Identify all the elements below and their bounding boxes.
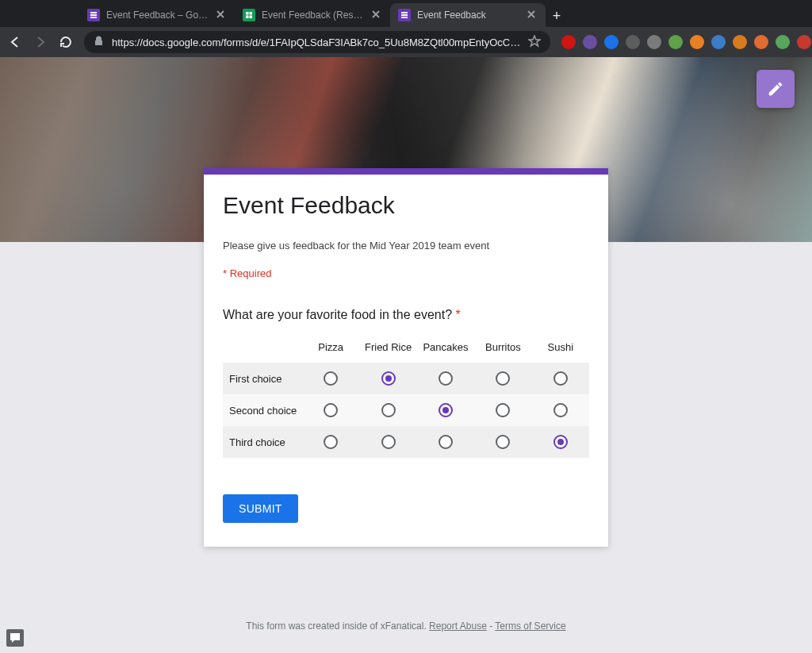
close-icon[interactable] <box>371 10 382 21</box>
radio-option[interactable] <box>324 435 338 449</box>
report-abuse-link[interactable]: Report Abuse <box>429 620 487 632</box>
close-icon[interactable] <box>216 10 227 21</box>
radio-option[interactable] <box>439 371 453 386</box>
radio-option[interactable] <box>439 403 453 417</box>
question-text: What are your favorite food in the event… <box>223 308 589 322</box>
radio-cell <box>417 403 474 417</box>
grid-column-header: Sushi <box>532 341 589 353</box>
extension-icon[interactable] <box>561 35 576 49</box>
radio-option[interactable] <box>553 403 568 417</box>
grid-row: Second choice <box>223 394 589 426</box>
svg-rect-2 <box>90 14 97 16</box>
required-asterisk: * <box>456 308 461 321</box>
radio-option[interactable] <box>553 371 568 386</box>
tab-label: Event Feedback – Google Forms <box>106 10 209 21</box>
browser-toolbar: https://docs.google.com/forms/d/e/1FAIpQ… <box>0 27 812 57</box>
tab-label: Event Feedback <box>417 10 520 21</box>
extension-icon[interactable] <box>668 35 683 49</box>
svg-rect-7 <box>250 16 253 19</box>
terms-of-service-link[interactable]: Terms of Service <box>495 620 565 632</box>
forms-icon <box>398 9 411 21</box>
extension-icon[interactable] <box>776 35 790 49</box>
grid-column-header: Pizza <box>302 341 359 353</box>
radio-cell <box>417 371 474 386</box>
radio-cell <box>474 403 531 417</box>
radio-cell <box>532 435 589 449</box>
svg-rect-3 <box>90 17 97 18</box>
extension-icon[interactable] <box>711 35 726 49</box>
grid-row-label: First choice <box>223 373 302 385</box>
nav-back-button[interactable] <box>8 34 22 50</box>
radio-option[interactable] <box>381 371 396 386</box>
form-title: Event Feedback <box>223 192 589 219</box>
radio-option[interactable] <box>496 403 510 417</box>
svg-rect-12 <box>14 639 16 640</box>
radio-cell <box>532 371 589 386</box>
svg-rect-6 <box>246 16 249 19</box>
extension-icon[interactable] <box>754 35 768 49</box>
page-viewport: Event Feedback Please give us feedback f… <box>0 57 812 653</box>
sheets-icon <box>243 9 255 21</box>
radio-option[interactable] <box>381 403 396 417</box>
radio-cell <box>532 403 589 417</box>
extension-icon[interactable] <box>733 35 747 49</box>
extension-icon[interactable] <box>583 35 597 49</box>
required-legend: * Required <box>223 267 589 279</box>
svg-rect-1 <box>90 12 97 13</box>
form-description: Please give us feedback for the Mid Year… <box>223 240 589 252</box>
radio-cell <box>302 435 359 449</box>
grid-row-label: Second choice <box>223 405 302 417</box>
radio-option[interactable] <box>439 435 453 449</box>
extension-icon[interactable] <box>604 35 619 49</box>
form-footer: This form was created inside of xFanatic… <box>0 620 812 632</box>
svg-rect-8 <box>401 12 408 13</box>
radio-cell <box>474 371 531 386</box>
nav-reload-button[interactable] <box>59 34 73 50</box>
tab-strip: Event Feedback – Google Forms Event Feed… <box>0 0 812 27</box>
feedback-button[interactable] <box>6 629 24 647</box>
tab-label: Event Feedback (Responses) - G <box>262 10 365 21</box>
extension-icon[interactable] <box>647 35 661 49</box>
lock-icon <box>94 36 104 48</box>
browser-tab-2[interactable]: Event Feedback <box>390 3 546 27</box>
radio-cell <box>359 371 416 386</box>
radio-cell <box>417 435 474 449</box>
svg-rect-4 <box>246 12 249 15</box>
radio-option[interactable] <box>324 371 338 386</box>
radio-option[interactable] <box>381 435 396 449</box>
radio-cell <box>359 435 416 449</box>
grid-column-header: Fried Rice <box>359 341 416 353</box>
svg-rect-5 <box>250 12 253 15</box>
bookmark-star-icon[interactable] <box>528 35 541 50</box>
nav-forward-button[interactable] <box>33 34 48 50</box>
grid-column-header: Burritos <box>474 341 531 353</box>
browser-tab-0[interactable]: Event Feedback – Google Forms <box>79 3 235 27</box>
extension-icon[interactable] <box>690 35 704 49</box>
svg-rect-9 <box>401 14 408 16</box>
footer-text: This form was created inside of xFanatic… <box>246 620 429 632</box>
radio-option[interactable] <box>324 403 338 417</box>
url-text: https://docs.google.com/forms/d/e/1FAIpQ… <box>112 36 520 48</box>
grid-row: First choice <box>223 363 589 394</box>
extension-icon[interactable] <box>797 35 811 49</box>
radio-option[interactable] <box>496 435 510 449</box>
radio-cell <box>474 435 531 449</box>
radio-cell <box>302 371 359 386</box>
question-label: What are your favorite food in the event… <box>223 308 452 321</box>
radio-option[interactable] <box>553 435 568 449</box>
radio-cell <box>302 403 359 417</box>
edit-form-button[interactable] <box>756 70 795 108</box>
extension-icon[interactable] <box>626 35 640 49</box>
close-icon[interactable] <box>527 10 538 21</box>
form-card: Event Feedback Please give us feedback f… <box>204 168 608 547</box>
radio-option[interactable] <box>496 371 510 386</box>
browser-tab-1[interactable]: Event Feedback (Responses) - G <box>235 3 390 27</box>
multiple-choice-grid: Pizza Fried Rice Pancakes Burritos Sushi… <box>223 336 589 458</box>
address-bar[interactable]: https://docs.google.com/forms/d/e/1FAIpQ… <box>84 31 550 53</box>
new-tab-button[interactable]: + <box>546 5 568 27</box>
grid-row-label: Third choice <box>223 436 302 448</box>
grid-header: Pizza Fried Rice Pancakes Burritos Sushi <box>223 336 589 363</box>
svg-rect-10 <box>401 17 408 18</box>
forms-icon <box>87 9 100 21</box>
submit-button[interactable]: SUBMIT <box>223 494 298 523</box>
